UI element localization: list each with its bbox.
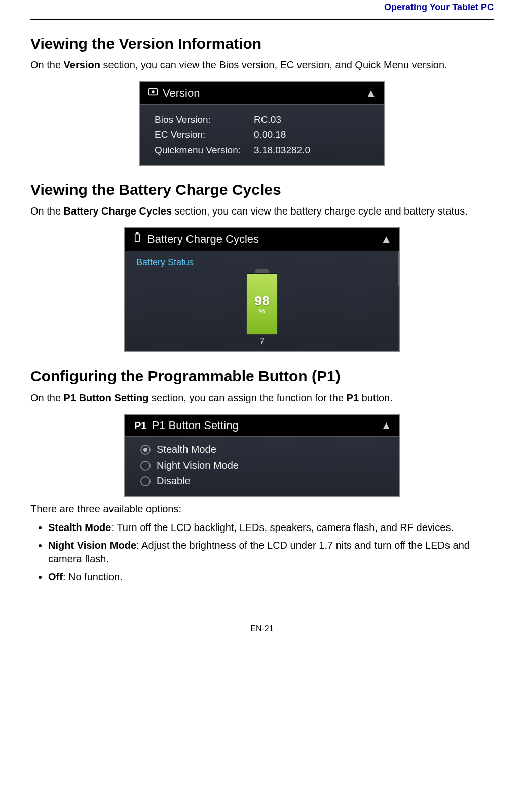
battery-icon (132, 232, 147, 246)
radio-icon (140, 461, 151, 471)
battery-fill: 98 % (247, 274, 277, 334)
battery-panel-title: Battery Charge Cycles (147, 233, 381, 246)
chevron-up-icon[interactable]: ▲ (365, 87, 377, 100)
radio-option-disable[interactable]: Disable (140, 473, 388, 489)
version-panel-header[interactable]: Version ▲ (140, 82, 384, 105)
scrollbar[interactable] (398, 251, 399, 351)
list-item: Stealth Mode: Turn off the LCD backlight… (48, 521, 494, 535)
battery-cycle-count: 7 (259, 336, 265, 347)
radio-option-stealth[interactable]: Stealth Mode (140, 442, 388, 457)
svg-rect-2 (135, 234, 139, 241)
table-row: Bios Version: RC.03 (152, 112, 313, 127)
version-panel-body: Bios Version: RC.03 EC Version: 0.00.18 … (140, 105, 384, 165)
p1-panel: P1 P1 Button Setting ▲ Stealth Mode Nigh… (124, 414, 400, 497)
battery-cap (255, 269, 269, 273)
radio-label: Night Vision Mode (157, 460, 239, 471)
radio-label: Disable (157, 475, 191, 487)
section1-intro: On the Version section, you can view the… (30, 58, 494, 72)
version-panel: Version ▲ Bios Version: RC.03 EC Version… (139, 81, 385, 166)
radio-icon (140, 476, 151, 486)
battery-shape: 98 % (246, 273, 278, 335)
info-icon (147, 86, 163, 100)
list-item: Off: No function. (48, 570, 494, 584)
list-item: Night Vision Mode: Adjust the brightness… (48, 539, 494, 566)
svg-point-1 (152, 91, 154, 93)
page-number: EN-21 (30, 624, 494, 633)
battery-percent-sign: % (259, 307, 265, 315)
p1-badge: P1 (132, 420, 148, 432)
p1-panel-header[interactable]: P1 P1 Button Setting ▲ (125, 415, 399, 437)
radio-icon (140, 445, 151, 455)
header-title: Operating Your Tablet PC (30, 0, 494, 14)
radio-label: Stealth Mode (157, 444, 216, 455)
section2-intro: On the Battery Charge Cycles section, yo… (30, 204, 494, 218)
p1-options: Stealth Mode Night Vision Mode Disable (125, 437, 399, 496)
scrollbar-thumb[interactable] (398, 251, 399, 286)
version-panel-title: Version (163, 87, 365, 100)
section3-intro: On the P1 Button Setting section, you ca… (30, 391, 494, 405)
battery-percent: 98 (255, 294, 270, 307)
section3-heading: Configuring the Programmable Button (P1) (30, 368, 494, 385)
battery-panel-body: Battery Status 98 % 7 (125, 251, 399, 351)
chevron-up-icon[interactable]: ▲ (381, 419, 392, 432)
options-intro: There are three available options: (30, 502, 494, 516)
section2-heading: Viewing the Battery Charge Cycles (30, 181, 494, 198)
p1-panel-title: P1 Button Setting (152, 419, 381, 432)
chevron-up-icon[interactable]: ▲ (381, 233, 392, 246)
svg-rect-3 (136, 233, 138, 234)
table-row: EC Version: 0.00.18 (152, 127, 313, 143)
battery-panel-header[interactable]: Battery Charge Cycles ▲ (125, 228, 399, 251)
options-list: Stealth Mode: Turn off the LCD backlight… (30, 521, 494, 584)
battery-panel: Battery Charge Cycles ▲ Battery Status 9… (124, 227, 400, 352)
radio-option-night-vision[interactable]: Night Vision Mode (140, 457, 388, 473)
header-divider (30, 19, 494, 20)
table-row: Quickmenu Version: 3.18.03282.0 (152, 143, 313, 158)
section1-heading: Viewing the Version Information (30, 35, 494, 52)
